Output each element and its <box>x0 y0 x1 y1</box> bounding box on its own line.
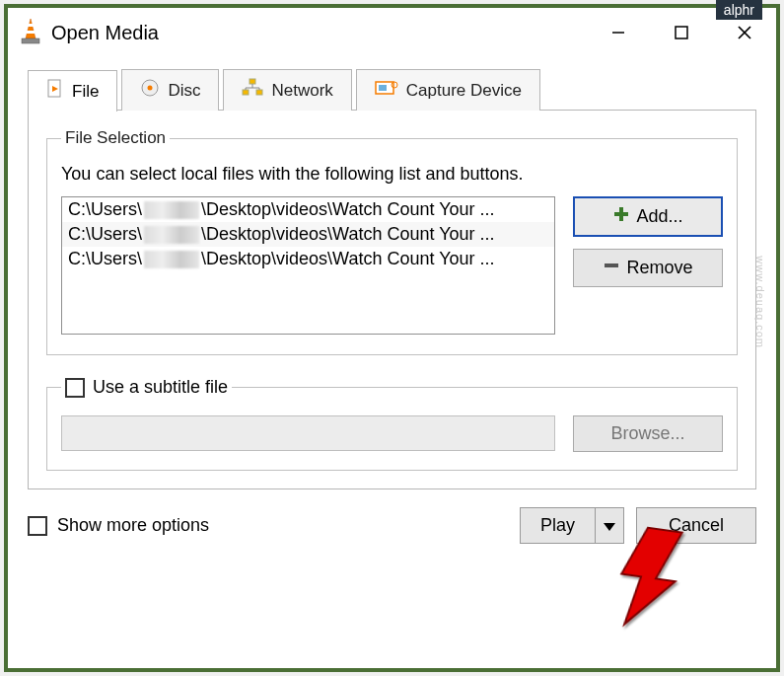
list-item[interactable]: C:\Users\\Desktop\videos\Watch Count You… <box>62 197 554 222</box>
window-title: Open Media <box>51 22 159 44</box>
plus-icon <box>612 205 630 228</box>
svg-rect-3 <box>22 38 39 43</box>
redacted-username <box>144 226 199 244</box>
add-button[interactable]: Add... <box>573 196 723 237</box>
minimize-button[interactable] <box>587 25 650 40</box>
show-more-checkbox[interactable] <box>28 516 47 536</box>
disc-icon <box>140 78 160 103</box>
vlc-cone-icon <box>18 17 43 49</box>
svg-rect-20 <box>379 85 387 91</box>
svg-rect-1 <box>28 24 34 27</box>
tab-label: Network <box>271 81 332 101</box>
minus-icon <box>603 257 620 279</box>
subtitle-group: Use a subtitle file Browse... <box>46 377 738 471</box>
tab-capture[interactable]: Capture Device <box>356 69 540 111</box>
remove-button[interactable]: Remove <box>573 249 723 287</box>
tab-bar: File Disc Network Capture Device <box>28 69 756 111</box>
file-list[interactable]: C:\Users\\Desktop\videos\Watch Count You… <box>61 196 555 335</box>
subtitle-path-input <box>61 415 555 451</box>
close-button[interactable] <box>713 24 776 41</box>
file-icon <box>46 79 64 104</box>
capture-device-icon <box>375 79 398 102</box>
svg-rect-14 <box>256 90 262 95</box>
tab-label: Capture Device <box>406 81 522 101</box>
tab-disc[interactable]: Disc <box>121 69 219 111</box>
watermark: www.deuaq.com <box>754 256 766 348</box>
play-button[interactable]: Play <box>521 508 596 543</box>
subtitle-checkbox[interactable] <box>65 378 85 398</box>
svg-rect-12 <box>249 79 255 84</box>
file-selection-hint: You can select local files with the foll… <box>61 164 723 185</box>
network-icon <box>242 78 263 103</box>
tab-network[interactable]: Network <box>223 69 351 111</box>
file-selection-group: File Selection You can select local file… <box>46 128 738 355</box>
list-item[interactable]: C:\Users\\Desktop\videos\Watch Count You… <box>62 247 554 271</box>
svg-point-11 <box>148 86 153 91</box>
svg-marker-26 <box>614 525 681 631</box>
svg-rect-13 <box>243 90 249 95</box>
tab-panel: File Selection You can select local file… <box>28 110 756 489</box>
add-label: Add... <box>636 206 682 227</box>
subtitle-legend: Use a subtitle file <box>93 377 228 398</box>
list-item[interactable]: C:\Users\\Desktop\videos\Watch Count You… <box>62 222 554 247</box>
file-selection-legend: File Selection <box>61 128 170 148</box>
svg-rect-2 <box>27 31 36 34</box>
svg-rect-5 <box>676 27 687 38</box>
alphr-badge: alphr <box>716 0 762 20</box>
tab-label: File <box>72 82 99 102</box>
browse-button: Browse... <box>573 415 723 452</box>
redacted-username <box>144 251 199 268</box>
redacted-username <box>144 201 199 219</box>
svg-marker-0 <box>26 19 36 38</box>
remove-label: Remove <box>626 258 692 278</box>
tab-label: Disc <box>168 81 200 101</box>
tab-file[interactable]: File <box>28 70 117 112</box>
maximize-button[interactable] <box>650 25 713 40</box>
annotation-arrow <box>602 523 690 635</box>
browse-label: Browse... <box>610 423 684 444</box>
show-more-label: Show more options <box>57 515 209 536</box>
titlebar: Open Media <box>8 8 776 57</box>
